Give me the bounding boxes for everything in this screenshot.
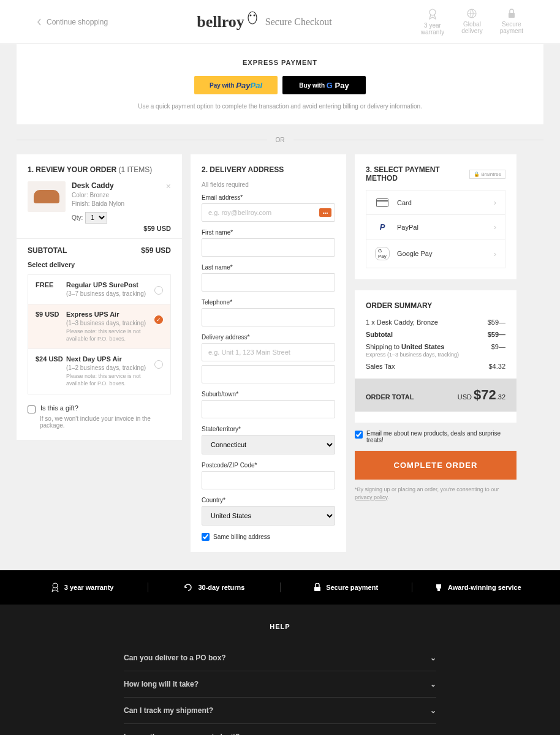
- order-total-row: ORDER TOTAL USD $72.32: [355, 379, 516, 412]
- tel-input[interactable]: [202, 308, 335, 326]
- product-image: [28, 181, 66, 212]
- suburb-label: Suburb/town: [202, 391, 335, 398]
- lastpass-icon[interactable]: •••: [319, 208, 331, 217]
- same-billing-row: Same billing address: [202, 533, 335, 541]
- sum-line-item: 1 x Desk Caddy, Bronze$59—: [366, 318, 505, 326]
- footer-returns: 30-day returns: [148, 582, 280, 592]
- payment-title: 3. SELECT PAYMENT METHOD: [366, 165, 469, 183]
- sum-shipping: Shipping to United States$9—: [366, 343, 505, 350]
- footer-award: Award-winning service: [412, 582, 543, 592]
- addr2-input[interactable]: [202, 365, 335, 383]
- brand-logo: bellroy: [197, 13, 259, 31]
- payment-method-panel: 3. SELECT PAYMENT METHOD 🔒Braintree Card…: [355, 154, 516, 279]
- svg-point-0: [248, 12, 257, 24]
- express-payment-panel: EXPRESS PAYMENT Pay with PayPal Buy with…: [17, 44, 543, 124]
- fname-input[interactable]: [202, 238, 335, 257]
- svg-rect-6: [377, 198, 388, 206]
- product-price: $59 USD: [143, 225, 171, 232]
- product-name: Desk Caddy: [72, 181, 171, 190]
- pm-paypal[interactable]: P PayPal ›: [366, 215, 505, 239]
- chevron-right-icon: ›: [494, 198, 496, 207]
- sum-ship-detail: Express (1–3 business days, tracking): [366, 352, 505, 358]
- shipping-options: FREE Regular UPS SurePost(3–7 business d…: [28, 274, 171, 394]
- required-note: All fields required: [202, 181, 335, 188]
- state-select[interactable]: Connecticut: [202, 435, 335, 454]
- brand: bellroy Secure Checkout: [108, 13, 421, 31]
- svg-rect-10: [437, 589, 440, 591]
- state-label: State/territory: [202, 426, 335, 432]
- payment-summary-column: 3. SELECT PAYMENT METHOD 🔒Braintree Card…: [355, 154, 516, 501]
- footer-warranty: 3 year warranty: [17, 582, 148, 592]
- gpay-icon: G Pay: [375, 247, 390, 260]
- radio-icon-checked: [154, 315, 163, 324]
- lname-input[interactable]: [202, 273, 335, 292]
- gift-hint: If so, we won't include your invoice in …: [40, 415, 171, 429]
- express-title: EXPRESS PAYMENT: [31, 59, 529, 66]
- brand-tagline: Secure Checkout: [265, 17, 332, 28]
- svg-rect-5: [509, 13, 515, 18]
- addr1-input[interactable]: [202, 343, 335, 361]
- gift-checkbox[interactable]: [28, 405, 36, 413]
- summary-title: ORDER SUMMARY: [366, 301, 505, 310]
- continue-shopping-link[interactable]: Continue shopping: [37, 18, 108, 26]
- sum-subtotal: Subtotal$59—: [366, 331, 505, 338]
- paypal-button[interactable]: Pay with PayPal: [194, 76, 278, 94]
- pm-gpay[interactable]: G Pay Google Pay ›: [366, 239, 505, 268]
- owl-icon: [246, 9, 259, 26]
- braintree-badge: 🔒Braintree: [469, 170, 505, 179]
- consent-text: *By signing up or placing an order, you'…: [355, 486, 516, 501]
- email-optin-checkbox[interactable]: [355, 431, 363, 439]
- ship-option-regular[interactable]: FREE Regular UPS SurePost(3–7 business d…: [28, 275, 170, 304]
- ship-option-express[interactable]: $9 USD Express UPS Air(1–3 business days…: [28, 304, 170, 349]
- addr-label: Delivery address: [202, 334, 335, 341]
- faq-item[interactable]: Can you deliver to a PO box?⌄: [124, 645, 436, 671]
- faq-item[interactable]: Is your three-year warranty legit?⌄: [124, 724, 436, 735]
- trust-secure: Securepayment: [500, 9, 523, 36]
- footer-badges: 3 year warranty 30-day returns Secure pa…: [0, 570, 560, 605]
- chevron-down-icon: ⌄: [430, 680, 436, 688]
- gpay-button[interactable]: Buy with G Pay: [282, 76, 366, 94]
- email-optin-row: Email me about new products, deals and s…: [355, 430, 516, 443]
- back-label: Continue shopping: [47, 18, 108, 26]
- zip-input[interactable]: [202, 471, 335, 489]
- sum-tax: Sales Tax$4.32: [366, 363, 505, 370]
- same-billing-label: Same billing address: [213, 533, 270, 540]
- email-label: Email address: [202, 194, 335, 201]
- help-title: HELP: [0, 623, 560, 630]
- radio-icon: [154, 360, 163, 369]
- ship-option-nextday[interactable]: $24 USD Next Day UPS Air(1–2 business da…: [28, 349, 170, 393]
- country-select[interactable]: United States: [202, 506, 335, 526]
- footer-secure: Secure payment: [281, 582, 412, 592]
- ribbon-icon: [51, 582, 59, 592]
- order-summary-panel: ORDER SUMMARY 1 x Desk Caddy, Bronze$59—…: [355, 290, 516, 423]
- faq-item[interactable]: How long will it take?⌄: [124, 671, 436, 698]
- zip-label: Postcode/ZIP Code: [202, 462, 335, 469]
- delivery-label: Select delivery: [28, 261, 171, 268]
- chevron-down-icon: ⌄: [430, 706, 436, 715]
- same-billing-checkbox[interactable]: [202, 533, 210, 541]
- chevron-right-icon: ›: [494, 222, 496, 232]
- express-hint: Use a quick payment option to complete t…: [31, 103, 529, 110]
- pm-card[interactable]: Card ›: [366, 190, 505, 215]
- or-divider: OR: [17, 137, 543, 143]
- suburb-input[interactable]: [202, 400, 335, 418]
- remove-item-button[interactable]: ×: [166, 181, 171, 191]
- tel-label: Telephone: [202, 299, 335, 306]
- email-input[interactable]: [202, 203, 335, 222]
- header: Continue shopping bellroy Secure Checkou…: [0, 0, 560, 44]
- product-color: Color: Bronze: [72, 191, 171, 200]
- returns-icon: [183, 582, 193, 592]
- complete-order-button[interactable]: COMPLETE ORDER: [355, 451, 516, 480]
- review-title: 1. REVIEW YOUR ORDER (1 ITEMS): [28, 165, 171, 174]
- svg-rect-9: [314, 587, 320, 591]
- gift-label: Is this a gift?: [40, 404, 78, 412]
- subtotal-row: SUBTOTAL$59 USD: [28, 246, 171, 255]
- lname-label: Last name: [202, 264, 335, 271]
- country-label: Country: [202, 497, 335, 503]
- svg-point-8: [53, 583, 58, 588]
- privacy-link[interactable]: privacy policy: [355, 494, 387, 500]
- qty-select[interactable]: 1: [85, 212, 107, 224]
- qty-row: Qty: 1: [72, 212, 171, 224]
- faq-item[interactable]: Can I track my shipment?⌄: [124, 698, 436, 724]
- trust-delivery: Globaldelivery: [461, 9, 482, 36]
